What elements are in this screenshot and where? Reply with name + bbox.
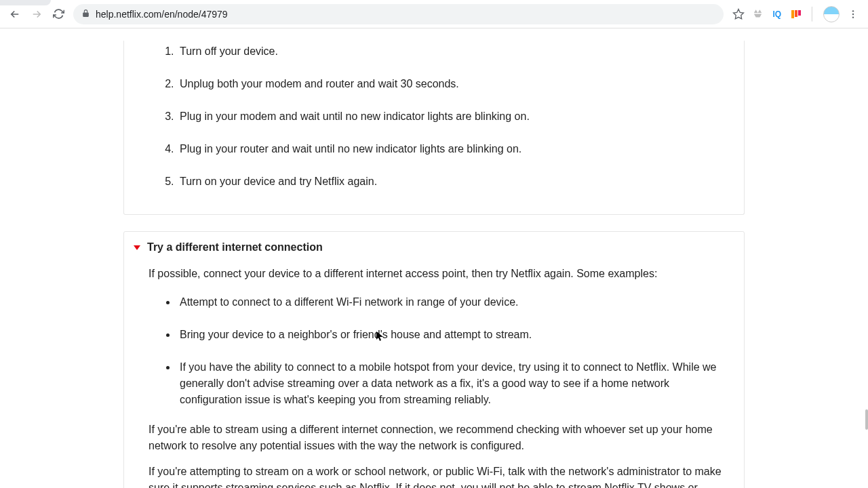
svg-marker-0 — [733, 9, 743, 18]
bullet-item: If you have the ability to connect to a … — [177, 357, 732, 412]
accordion-restart-network: Turn off your device. Unplug both your m… — [123, 41, 745, 215]
svg-point-5 — [852, 13, 854, 14]
scrollbar-thumb[interactable] — [865, 409, 868, 430]
intro-text: If possible, connect your device to a di… — [149, 266, 732, 282]
url-text: help.netflix.com/en/node/47979 — [96, 9, 228, 20]
profile-avatar[interactable] — [823, 6, 840, 22]
bullet-list: Attempt to connect to a different Wi-Fi … — [161, 291, 732, 412]
address-bar[interactable]: help.netflix.com/en/node/47979 — [73, 4, 724, 24]
kebab-menu-icon[interactable] — [846, 7, 860, 21]
bookmark-star-icon[interactable] — [732, 7, 745, 21]
step-item: Plug in your router and wait until no ne… — [177, 138, 732, 171]
accordion-title: Try a different internet connection — [147, 241, 323, 253]
step-item: Turn on your device and try Netflix agai… — [177, 171, 732, 194]
lock-icon — [81, 9, 90, 20]
svg-rect-3 — [798, 10, 801, 16]
reload-button[interactable] — [49, 5, 68, 24]
extension-drive-icon[interactable] — [752, 8, 764, 20]
chevron-down-icon — [134, 245, 140, 250]
paragraph: If you're able to stream using a differe… — [149, 422, 732, 454]
tab-strip-hint — [0, 0, 51, 5]
browser-toolbar: help.netflix.com/en/node/47979 IQ │ — [0, 0, 868, 28]
forward-button[interactable] — [27, 5, 46, 24]
accordion-header[interactable]: Try a different internet connection — [134, 241, 734, 253]
svg-point-6 — [852, 16, 854, 18]
step-item: Turn off your device. — [177, 41, 732, 73]
page-content: Turn off your device. Unplug both your m… — [0, 28, 868, 488]
bullet-item: Attempt to connect to a different Wi-Fi … — [177, 291, 732, 324]
step-item: Unplug both your modem and router and wa… — [177, 73, 732, 106]
back-button[interactable] — [5, 5, 24, 24]
svg-point-4 — [852, 10, 854, 12]
paragraph: If you're attempting to stream on a work… — [149, 464, 732, 488]
svg-rect-2 — [795, 10, 797, 17]
svg-rect-1 — [791, 10, 794, 18]
step-item: Plug in your modem and wait until no new… — [177, 106, 732, 138]
extension-m-icon[interactable] — [790, 8, 802, 20]
accordion-different-connection: Try a different internet connection If p… — [123, 231, 745, 488]
bullet-item: Bring your device to a neighbor's or fri… — [177, 324, 732, 357]
extension-iq-icon[interactable]: IQ — [771, 8, 783, 20]
steps-list: Turn off your device. Unplug both your m… — [161, 41, 732, 194]
toolbar-separator: │ — [809, 7, 816, 21]
